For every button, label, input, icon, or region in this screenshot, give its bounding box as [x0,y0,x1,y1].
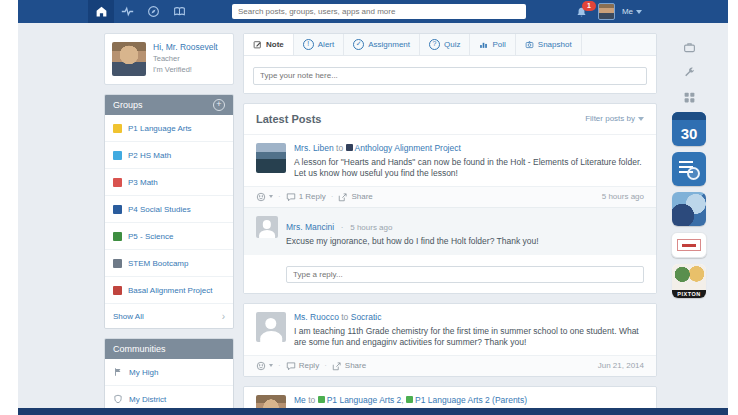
discover-nav-button[interactable] [140,0,166,23]
search-input[interactable] [232,7,526,16]
group-color-swatch [406,396,413,403]
community-item-my-high[interactable]: My High [105,359,233,386]
main-feed: Note Alert Assignment Quiz [243,33,657,415]
group-label: P1 Language Arts [128,124,192,133]
reaction-button[interactable] [256,361,273,371]
profile-card[interactable]: Hi, Mr. Roosevelt Teacher I'm Verified! [104,33,234,85]
post-target-link[interactable]: Anthology Alignment Project [355,143,461,153]
reply-button[interactable]: 1 Reply [286,192,326,202]
alert-icon [303,39,314,50]
communities-list: My High My District Administrator Suppor… [105,359,233,415]
settings-button[interactable] [679,62,699,82]
group-color-swatch [346,144,353,151]
post-target-link[interactable]: P1 Language Arts 2 (Parents) [415,395,527,405]
user-menu[interactable]: Me [622,7,642,16]
school-flag-icon [113,367,123,377]
tab-snapshot[interactable]: Snapshot [516,34,582,55]
right-app-rail: 30 PIXTON [666,33,712,304]
reaction-button[interactable] [256,192,273,202]
user-menu-label: Me [622,7,633,16]
calendar-day-label: 30 [681,122,698,146]
tab-note[interactable]: Note [244,34,294,55]
post-author-avatar[interactable] [256,312,286,342]
reply-author-link[interactable]: Mrs. Mancini [286,222,334,232]
page-content: Hi, Mr. Roosevelt Teacher I'm Verified! … [18,23,728,415]
group-label: Basal Alignment Project [128,286,213,295]
tab-assignment[interactable]: Assignment [344,34,420,55]
game-app-tile[interactable] [672,192,706,226]
app-tile[interactable] [671,232,707,258]
group-label: P2 HS Math [128,151,171,160]
group-color-swatch [113,124,122,133]
groups-list: P1 Language Arts P2 HS Math P3 Math [105,115,233,328]
post-author-link[interactable]: Me [294,395,306,405]
group-item[interactable]: P1 Language Arts [105,115,233,142]
chevron-right-icon [222,311,225,322]
group-color-swatch [113,205,122,214]
group-item[interactable]: P3 Math [105,169,233,196]
wrench-icon [683,66,696,79]
chevron-down-icon [269,195,273,198]
post-target-link[interactable]: P1 Language Arts 2 [327,395,402,405]
pixton-characters-art [672,264,706,290]
share-button[interactable]: Share [332,361,366,371]
activity-pulse-icon [121,5,134,18]
post-card: Ms. Ruocco to Socratic I am teaching 11t… [243,303,657,377]
post-composer: Note Alert Assignment Quiz [243,33,657,94]
post-author-link[interactable]: Ms. Ruocco [294,312,339,322]
post-target-link[interactable]: Socratic [351,312,382,322]
smiley-icon [256,192,266,202]
apps-grid-icon [683,91,696,104]
primary-nav [88,0,192,23]
global-search [232,4,526,19]
profile-verified-status: I'm Verified! [153,65,218,74]
tab-quiz[interactable]: Quiz [420,34,470,55]
post-author-link[interactable]: Mrs. Liben [294,143,334,153]
group-label: P4 Social Studies [128,205,191,214]
show-all-groups-button[interactable]: Show All [105,304,233,328]
share-button[interactable]: Share [338,192,372,202]
communities-panel-header: Communities [105,339,233,359]
community-label: My District [129,395,166,404]
reply-button[interactable]: Reply [286,361,319,371]
post-body: I am teaching 11th Grade chemistry for t… [294,326,644,349]
apps-grid-button[interactable] [679,87,699,107]
smiley-icon [256,361,266,371]
planner-app-tile[interactable]: 30 [672,112,706,146]
group-label: P3 Math [128,178,158,187]
filter-posts-dropdown[interactable]: Filter posts by [585,114,644,123]
post: Mrs. Liben to Anthology Alignment Projec… [244,135,656,186]
note-text-input[interactable] [253,67,647,85]
add-group-button[interactable] [213,99,225,111]
group-item[interactable]: P4 Social Studies [105,196,233,223]
tab-alert[interactable]: Alert [294,34,344,55]
pixton-app-tile[interactable]: PIXTON [672,264,706,298]
reply-text-input[interactable] [286,266,644,283]
post-author-avatar[interactable] [256,143,286,173]
group-item[interactable]: P2 HS Math [105,142,233,169]
home-nav-button[interactable] [88,0,114,23]
backpack-button[interactable] [679,37,699,57]
screen: 1 Me Hi, Mr. Roosevelt Teacher I'm Verif… [0,0,738,415]
search-doc-app-tile[interactable] [672,152,706,186]
assignment-check-icon [353,39,364,50]
reply-author-avatar[interactable] [256,216,278,238]
group-color-swatch [113,178,122,187]
profile-role: Teacher [153,54,218,63]
post-reply: Mrs. Mancini · 5 hours ago Excuse my ign… [244,207,656,255]
profile-greeting: Hi, Mr. Roosevelt [153,42,218,52]
notifications-button[interactable]: 1 [575,4,591,20]
left-sidebar: Hi, Mr. Roosevelt Teacher I'm Verified! … [104,33,234,415]
group-item[interactable]: Basal Alignment Project [105,277,233,304]
latest-posts-title: Latest Posts [256,113,321,125]
library-nav-button[interactable] [166,0,192,23]
group-label: STEM Bootcamp [128,259,188,268]
shield-icon [113,394,123,404]
activity-nav-button[interactable] [114,0,140,23]
group-color-swatch [113,232,122,241]
group-item[interactable]: P5 - Science [105,223,233,250]
tab-poll[interactable]: Poll [470,34,515,55]
user-avatar[interactable] [598,3,615,20]
poll-bars-icon [479,40,488,49]
group-item[interactable]: STEM Bootcamp [105,250,233,277]
